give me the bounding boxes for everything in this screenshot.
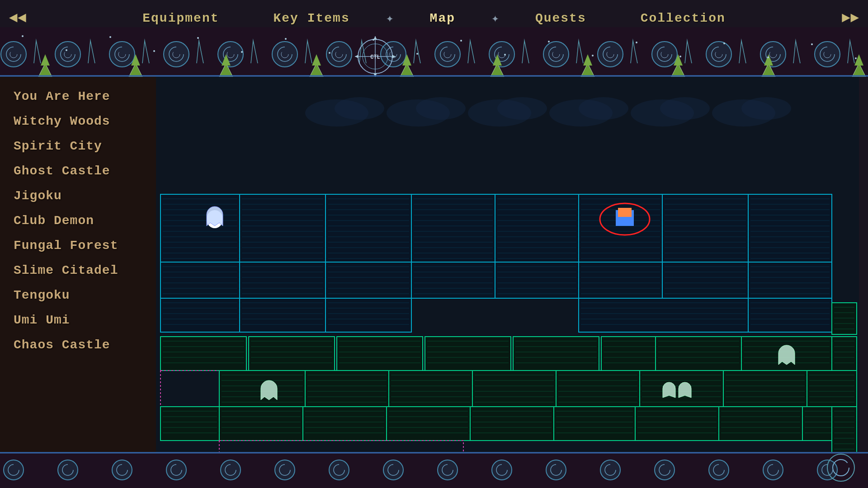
sidebar-item-umi-umi[interactable]: Umi Umi <box>5 310 151 331</box>
sidebar-item-you-are-here[interactable]: You Are Here <box>5 86 151 107</box>
nav-left-arrow[interactable]: ◄◄ <box>9 10 26 27</box>
sidebar-item-slime-citadel[interactable]: Slime Citadel <box>5 260 151 281</box>
sidebar-item-tengoku[interactable]: Tengoku <box>5 285 151 306</box>
map-display-area <box>156 77 859 470</box>
sidebar-item-club-demon[interactable]: Club Demon <box>5 210 151 231</box>
nav-equipment[interactable]: Equipment <box>115 11 246 25</box>
sidebar-item-witchy-woods[interactable]: Witchy Woods <box>5 111 151 132</box>
sidebar-item-spirit-city[interactable]: Spirit City <box>5 136 151 157</box>
nav-divider-right-icon: ✦ <box>491 10 499 26</box>
nav-map[interactable]: Map <box>403 11 482 25</box>
top-navigation: ◄◄ Equipment Key Items ✦ Map ✦ Quests Co… <box>0 0 868 36</box>
nav-divider-left-icon: ✦ <box>386 10 394 26</box>
nav-quests[interactable]: Quests <box>508 11 613 25</box>
nav-right-arrow[interactable]: ►► <box>842 10 859 27</box>
bottom-border-decoration <box>0 452 868 488</box>
sidebar-item-chaos-castle[interactable]: Chaos Castle <box>5 334 151 356</box>
location-sidebar: You Are Here Witchy Woods Spirit City Gh… <box>0 77 156 461</box>
nav-key-items[interactable]: Key Items <box>246 11 377 25</box>
sidebar-item-jigoku[interactable]: Jigoku <box>5 185 151 206</box>
nav-collection[interactable]: Collection <box>613 11 753 25</box>
sidebar-item-ghost-castle[interactable]: Ghost Castle <box>5 160 151 182</box>
sidebar-item-fungal-forest[interactable]: Fungal Forest <box>5 235 151 256</box>
